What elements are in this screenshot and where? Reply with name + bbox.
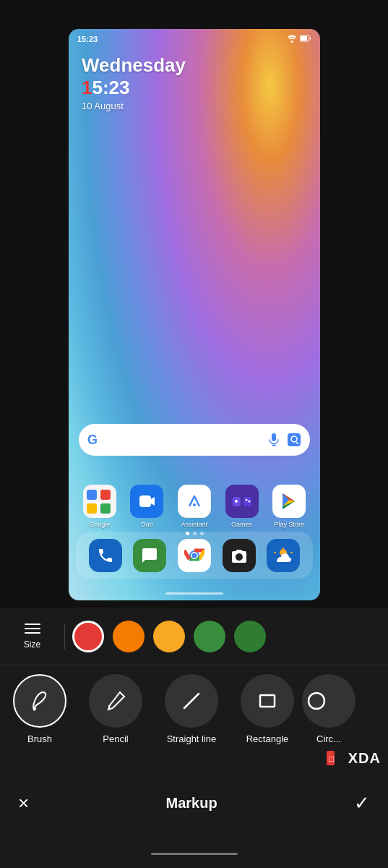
tool-circle[interactable]: Circ...	[307, 674, 350, 744]
app-duo[interactable]: Duo	[127, 485, 167, 528]
circle-label: Circ...	[316, 733, 341, 744]
home-indicator	[165, 592, 223, 595]
svg-point-11	[193, 503, 196, 506]
status-time: 15:23	[77, 35, 98, 43]
phone-screen: 15:23 Wednesday 1 5:23	[69, 29, 320, 600]
tool-brush[interactable]: Brush	[4, 674, 76, 744]
google-logo: G	[87, 433, 98, 448]
assistant-icon	[178, 485, 211, 518]
svg-rect-6	[288, 433, 301, 446]
rectangle-label: Rectangle	[246, 733, 289, 744]
svg-point-25	[191, 553, 197, 558]
status-icons	[287, 35, 311, 44]
xda-text: XDA	[348, 750, 381, 767]
playstore-label: Play Store	[274, 521, 304, 528]
battery-icon	[300, 35, 311, 43]
rectangle-circle	[241, 674, 294, 728]
date-sub: 10 August	[82, 101, 186, 111]
action-bar: × Markup ✓	[0, 781, 388, 825]
bottom-nav-line	[151, 853, 238, 855]
dock-chrome[interactable]	[178, 539, 211, 572]
duo-icon	[130, 485, 163, 518]
svg-point-10	[184, 491, 204, 511]
circle-circle	[302, 674, 355, 728]
markup-title: Markup	[166, 795, 217, 812]
xda-logo-icon: □	[325, 749, 345, 767]
app-games[interactable]: Games	[222, 485, 262, 528]
tool-rectangle[interactable]: Rectangle	[231, 674, 303, 744]
app-grid: Google Duo	[76, 485, 313, 528]
bottom-toolbar: Size Brush	[0, 608, 388, 868]
app-playstore[interactable]: Play Store	[270, 485, 309, 528]
day-name: Wednesday	[82, 54, 186, 77]
svg-point-26	[237, 555, 241, 559]
time-display: 1 5:23	[82, 77, 186, 99]
svg-rect-31	[290, 552, 293, 553]
google-label: Google	[89, 521, 110, 528]
app-row-1: Google Duo	[76, 485, 313, 528]
dock-camera[interactable]	[223, 539, 256, 572]
svg-rect-30	[274, 552, 276, 553]
confirm-button[interactable]: ✓	[354, 792, 370, 814]
pencil-circle	[89, 674, 142, 728]
status-bar: 15:23	[69, 29, 320, 49]
size-label: Size	[24, 639, 40, 650]
dock-messages[interactable]	[133, 539, 166, 572]
lens-icon[interactable]	[287, 433, 301, 447]
brush-label: Brush	[27, 733, 52, 744]
xda-watermark: □ XDA	[325, 749, 381, 767]
mic-icon[interactable]	[267, 433, 281, 447]
time-red-digit: 1	[82, 77, 92, 99]
dock	[76, 532, 313, 579]
tool-straight-line[interactable]: Straight line	[155, 674, 228, 744]
size-section: Size	[7, 624, 65, 650]
playstore-icon	[272, 485, 306, 518]
hamburger-line-1	[25, 624, 40, 625]
search-bar[interactable]: G	[79, 424, 310, 456]
svg-point-36	[309, 693, 324, 709]
hamburger-line-3	[25, 632, 40, 634]
svg-point-17	[248, 501, 250, 503]
app-google[interactable]: Google	[79, 485, 119, 528]
svg-rect-3	[272, 433, 276, 441]
dock-phone[interactable]	[89, 539, 122, 572]
brush-circle	[13, 674, 66, 728]
color-green[interactable]	[194, 621, 225, 652]
svg-line-34	[184, 694, 199, 708]
straight-line-circle	[165, 674, 218, 728]
color-dark-green[interactable]	[234, 621, 266, 652]
tool-pencil[interactable]: Pencil	[79, 674, 152, 744]
duo-label: Duo	[141, 521, 153, 528]
color-options	[72, 621, 381, 652]
pencil-label: Pencil	[103, 733, 128, 744]
date-display: Wednesday 1 5:23 10 August	[82, 54, 186, 111]
tool-row: Brush Pencil Straight line	[0, 665, 388, 752]
games-label: Games	[231, 521, 252, 528]
games-icon	[225, 485, 259, 518]
dock-weather[interactable]	[267, 539, 300, 572]
svg-text:□: □	[329, 754, 334, 764]
svg-rect-28	[283, 548, 284, 550]
color-red[interactable]	[72, 621, 104, 652]
google-folder-icon	[83, 485, 116, 518]
svg-point-16	[245, 499, 247, 501]
wifi-icon	[287, 35, 297, 44]
svg-rect-9	[139, 495, 151, 507]
color-row: Size	[0, 608, 388, 665]
close-button[interactable]: ×	[18, 792, 29, 814]
color-yellow[interactable]	[153, 621, 185, 652]
hamburger-icon[interactable]	[25, 624, 40, 634]
hamburger-line-2	[25, 628, 40, 629]
svg-rect-35	[260, 695, 275, 707]
straight-line-label: Straight line	[167, 733, 217, 744]
time-rest: 5:23	[92, 77, 129, 99]
app-assistant[interactable]: Assistant	[174, 485, 214, 528]
assistant-label: Assistant	[181, 521, 208, 528]
svg-point-0	[291, 41, 293, 43]
svg-rect-2	[301, 36, 307, 41]
color-orange[interactable]	[113, 621, 145, 652]
svg-point-32	[33, 707, 36, 710]
